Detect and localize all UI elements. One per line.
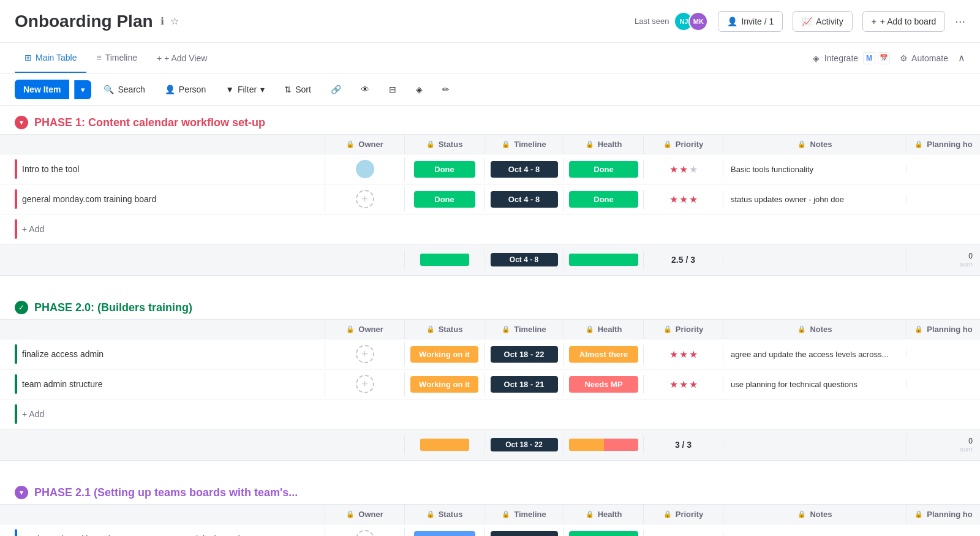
format-icon: ◈ — [416, 85, 423, 94]
stars: ★ ★ ★ — [669, 194, 698, 205]
phase1-header[interactable]: ▾ PHASE 1: Content calendar workflow set… — [0, 106, 980, 134]
owner-cell[interactable]: + — [325, 526, 404, 536]
phase2-add-row[interactable]: + Add — [0, 399, 980, 429]
star-1: ★ — [669, 164, 678, 175]
add-to-board-button[interactable]: + + Add to board — [862, 11, 946, 32]
timeline-badge: Oct 18 - 22 — [491, 346, 558, 363]
owner-cell[interactable] — [325, 156, 404, 182]
row-indicator — [15, 219, 17, 239]
tab-main-table[interactable]: ⊞ Main Table — [15, 43, 86, 73]
row-add-button[interactable]: ⊕ — [303, 194, 310, 204]
plus-icon: + — [157, 53, 162, 63]
lock-icon: 🔒 — [797, 140, 806, 148]
phase2-header[interactable]: ✓ PHASE 2.0: (Builders training) — [0, 291, 980, 319]
group-button[interactable]: ⊟ — [382, 81, 404, 98]
owner-cell[interactable]: + — [325, 341, 404, 367]
filter-button[interactable]: ▼ Filter ▾ — [218, 81, 272, 98]
integrate-button[interactable]: ◈ Integrate M 📅 — [813, 52, 890, 64]
sort-button[interactable]: ⇅ Sort — [277, 81, 318, 98]
owner-cell[interactable]: + — [325, 186, 404, 212]
priority-cell[interactable]: ★ ★ ★ — [643, 345, 723, 364]
status-cell[interactable]: Booked — [404, 527, 484, 537]
status-cell[interactable]: Working on it — [404, 342, 484, 366]
phase1-add-row[interactable]: + Add — [0, 214, 980, 244]
row-add-button[interactable]: ⊕ — [303, 164, 310, 174]
health-cell[interactable]: Done — [564, 157, 643, 181]
row-name: finalize access admin — [22, 349, 104, 359]
status-cell[interactable]: Working on it — [404, 372, 484, 396]
health-badge: Done — [569, 161, 638, 178]
col-planning-header: 🔒 Planning ho — [907, 505, 980, 524]
invite-button[interactable]: 👤 Invite / 1 — [718, 11, 783, 32]
col-health-header: 🔒 Health — [564, 505, 643, 524]
timeline-cell[interactable]: Oct 4 - 8 — [484, 157, 564, 181]
star-3: ★ — [689, 379, 698, 390]
avatar-empty: + — [356, 375, 374, 393]
star-1: ★ — [669, 349, 678, 360]
health-cell[interactable]: Almost there — [564, 342, 643, 366]
sum-value: 0 — [968, 252, 973, 260]
status-badge: Done — [414, 161, 475, 178]
status-cell[interactable]: Done — [404, 187, 484, 211]
owner-cell[interactable]: + — [325, 371, 404, 397]
timeline-cell[interactable]: Oct 4 - 8 — [484, 187, 564, 211]
sum-value: 0 — [968, 437, 973, 445]
avatar — [356, 160, 374, 178]
row-indicator — [15, 374, 17, 394]
more-options-button[interactable]: ··· — [955, 14, 965, 28]
health-cell[interactable]: Done — [564, 187, 643, 211]
priority-cell[interactable]: ★ ★ ★ — [643, 375, 723, 394]
format-button[interactable]: ◈ — [409, 81, 430, 98]
timeline-cell[interactable]: Oct 18 - 22 — [484, 342, 564, 366]
collapse-button[interactable]: ∧ — [958, 52, 965, 64]
notes-text: use planning for technical questions — [731, 380, 858, 389]
edit-button[interactable]: ✏ — [435, 81, 457, 98]
phase2-title: PHASE 2.0: (Builders training) — [34, 301, 192, 314]
priority-cell[interactable]: ★ ★ ★ — [643, 530, 723, 537]
search-icon: 🔍 — [104, 85, 114, 94]
summary-notes-cell — [723, 256, 907, 263]
health-cell[interactable]: Needs MP — [564, 372, 643, 396]
avatar: MK — [688, 12, 708, 31]
new-item-button[interactable]: New Item — [15, 80, 69, 99]
summary-priority-cell: 3 / 3 — [643, 436, 723, 453]
summary-health-cell — [564, 435, 643, 455]
priority-cell[interactable]: ★ ★ ★ — [643, 190, 723, 209]
new-item-caret-button[interactable]: ▾ — [74, 80, 91, 99]
section-spacer — [0, 276, 980, 291]
lock-icon: 🔒 — [346, 510, 355, 518]
row-add-button[interactable]: ⊕ — [303, 349, 310, 359]
phase21-header[interactable]: ▾ PHASE 2.1 (Setting up teams boards wit… — [0, 476, 980, 504]
add-view-button[interactable]: + + Add View — [147, 53, 217, 63]
info-icon[interactable]: ℹ — [160, 15, 164, 27]
row-add-button[interactable]: ⊕ — [303, 379, 310, 389]
health-cell[interactable]: Done — [564, 527, 643, 537]
link-button[interactable]: 🔗 — [323, 81, 349, 98]
star-icon[interactable]: ☆ — [170, 15, 179, 27]
tab-timeline[interactable]: ≡ Timeline — [86, 43, 147, 73]
activity-icon: 📈 — [802, 17, 812, 26]
search-button[interactable]: 🔍 Search — [96, 81, 152, 98]
timeline-badge: Oct 18 - 21 — [491, 376, 558, 393]
sort-icon: ⇅ — [284, 85, 292, 94]
automate-button[interactable]: ⚙ Automate — [900, 53, 948, 63]
timeline-cell[interactable]: Oct 18 - 21 — [484, 372, 564, 396]
notes-text: status updates owner - john doe — [731, 195, 844, 204]
tabs-bar: ⊞ Main Table ≡ Timeline + + Add View ◈ I… — [0, 43, 980, 74]
timeline-icon: ≡ — [96, 53, 101, 62]
timeline-cell[interactable]: Oct 25 - 28 — [484, 527, 564, 537]
hide-button[interactable]: 👁 — [353, 81, 377, 98]
lock-icon: 🔒 — [502, 510, 510, 518]
person-button[interactable]: 👤 Person — [157, 81, 213, 98]
integrate-icon: ◈ — [813, 53, 820, 63]
phase1-title: PHASE 1: Content calendar workflow set-u… — [34, 116, 265, 129]
activity-button[interactable]: 📈 Activity — [793, 11, 852, 32]
star-1: ★ — [669, 194, 678, 205]
planning-cell — [907, 350, 980, 358]
summary-timeline-cell: Oct 18 - 22 — [484, 434, 564, 455]
star-2: ★ — [679, 379, 688, 390]
priority-cell[interactable]: ★ ★ ★ — [643, 160, 723, 179]
app-header: Onboarding Plan ℹ ☆ Last seen NJ MK 👤 In… — [0, 0, 980, 43]
status-cell[interactable]: Done — [404, 157, 484, 181]
summary-priority-text: 2.5 / 3 — [671, 255, 695, 265]
